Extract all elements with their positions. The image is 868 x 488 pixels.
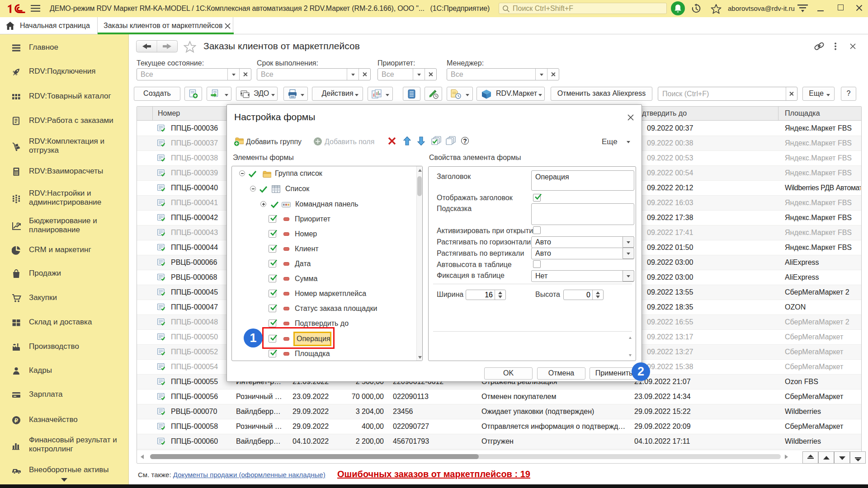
- svg-text:₽: ₽: [14, 417, 19, 424]
- svg-text:₽: ₽: [17, 222, 19, 226]
